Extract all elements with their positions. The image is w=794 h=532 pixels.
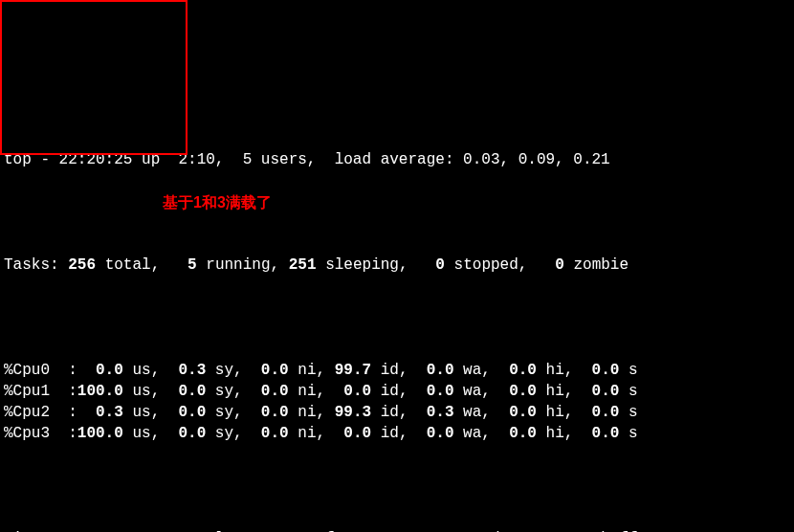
tasks-line: Tasks: 256 total, 5 running, 251 sleepin…	[4, 255, 790, 276]
annotation-text: 基于1和3满载了	[163, 192, 272, 213]
summary-line: top - 22:20:25 up 2:10, 5 users, load av…	[4, 149, 790, 170]
mem-line: KiB Mem : 1863104 total, 106092 free, 99…	[4, 528, 790, 532]
cpu-line-2: %Cpu2 : 0.3 us, 0.0 sy, 0.0 ni, 99.3 id,…	[4, 402, 790, 423]
terminal-screen[interactable]: 基于1和3满载了 top - 22:20:25 up 2:10, 5 users…	[0, 0, 794, 532]
cpu-line-1: %Cpu1 :100.0 us, 0.0 sy, 0.0 ni, 0.0 id,…	[4, 381, 790, 402]
highlight-box	[0, 0, 187, 155]
cpu-line-0: %Cpu0 : 0.0 us, 0.3 sy, 0.0 ni, 99.7 id,…	[4, 360, 790, 381]
cpu-line-3: %Cpu3 :100.0 us, 0.0 sy, 0.0 ni, 0.0 id,…	[4, 423, 790, 444]
cpu-lines: %Cpu0 : 0.0 us, 0.3 sy, 0.0 ni, 99.7 id,…	[4, 360, 790, 444]
